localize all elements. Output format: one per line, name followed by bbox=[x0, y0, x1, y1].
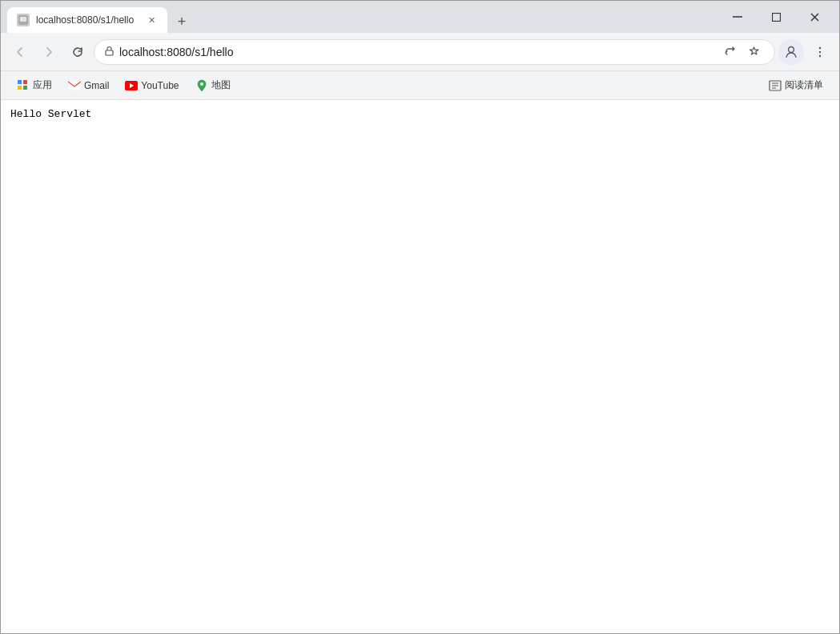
minimize-button[interactable] bbox=[719, 4, 756, 30]
reading-list-icon bbox=[769, 79, 782, 92]
svg-rect-3 bbox=[772, 13, 780, 21]
svg-rect-13 bbox=[18, 86, 22, 90]
active-tab[interactable]: localhost:8080/s1/hello ✕ bbox=[7, 7, 167, 33]
maps-label: 地图 bbox=[211, 78, 231, 92]
address-bar[interactable]: localhost:8080/s1/hello bbox=[94, 39, 775, 65]
bookmarks-bar: 应用 Gmail YouTube bbox=[1, 71, 839, 100]
svg-rect-1 bbox=[20, 17, 26, 22]
tab-title: localhost:8080/s1/hello bbox=[36, 14, 139, 26]
navbar: localhost:8080/s1/hello bbox=[1, 33, 839, 71]
lock-icon bbox=[104, 46, 115, 58]
gmail-icon bbox=[68, 79, 81, 92]
share-icon[interactable] bbox=[718, 41, 741, 63]
svg-rect-15 bbox=[68, 81, 81, 90]
reading-list-label: 阅读清单 bbox=[785, 78, 823, 92]
svg-point-18 bbox=[200, 82, 203, 86]
titlebar: localhost:8080/s1/hello ✕ + bbox=[1, 1, 839, 33]
svg-point-9 bbox=[819, 50, 821, 52]
apps-label: 应用 bbox=[33, 78, 52, 92]
back-button[interactable] bbox=[7, 39, 33, 65]
reading-list-button[interactable]: 阅读清单 bbox=[762, 75, 830, 95]
address-text: localhost:8080/s1/hello bbox=[119, 46, 713, 58]
youtube-icon bbox=[125, 79, 138, 92]
browser-window: localhost:8080/s1/hello ✕ + bbox=[0, 0, 840, 634]
svg-rect-2 bbox=[733, 16, 742, 18]
apps-grid-icon bbox=[17, 79, 30, 92]
forward-button[interactable] bbox=[36, 39, 62, 65]
reload-button[interactable] bbox=[65, 39, 90, 65]
page-content: Hello Servlet bbox=[1, 100, 839, 633]
gmail-bookmark[interactable]: Gmail bbox=[62, 76, 115, 95]
svg-rect-6 bbox=[106, 50, 113, 55]
tab-area: localhost:8080/s1/hello ✕ + bbox=[7, 1, 719, 33]
svg-point-8 bbox=[819, 46, 821, 48]
address-actions bbox=[718, 41, 765, 63]
bookmark-star-icon[interactable] bbox=[742, 41, 765, 63]
tab-favicon bbox=[17, 14, 30, 26]
youtube-bookmark[interactable]: YouTube bbox=[119, 76, 185, 95]
profile-button[interactable] bbox=[778, 39, 804, 65]
maximize-button[interactable] bbox=[758, 4, 794, 30]
svg-rect-11 bbox=[18, 80, 22, 84]
page-text: Hello Servlet bbox=[10, 106, 830, 122]
close-button[interactable] bbox=[796, 4, 833, 30]
svg-rect-14 bbox=[23, 86, 27, 90]
youtube-label: YouTube bbox=[141, 80, 179, 91]
new-tab-button[interactable]: + bbox=[171, 10, 193, 33]
svg-point-7 bbox=[789, 46, 794, 52]
svg-point-10 bbox=[819, 54, 821, 56]
window-controls bbox=[719, 4, 833, 30]
more-options-button[interactable] bbox=[807, 39, 833, 65]
maps-icon bbox=[195, 79, 208, 92]
gmail-label: Gmail bbox=[84, 80, 109, 91]
maps-bookmark[interactable]: 地图 bbox=[189, 75, 237, 95]
tab-close-button[interactable]: ✕ bbox=[145, 14, 158, 26]
apps-button[interactable]: 应用 bbox=[10, 75, 58, 95]
svg-rect-12 bbox=[23, 80, 27, 84]
